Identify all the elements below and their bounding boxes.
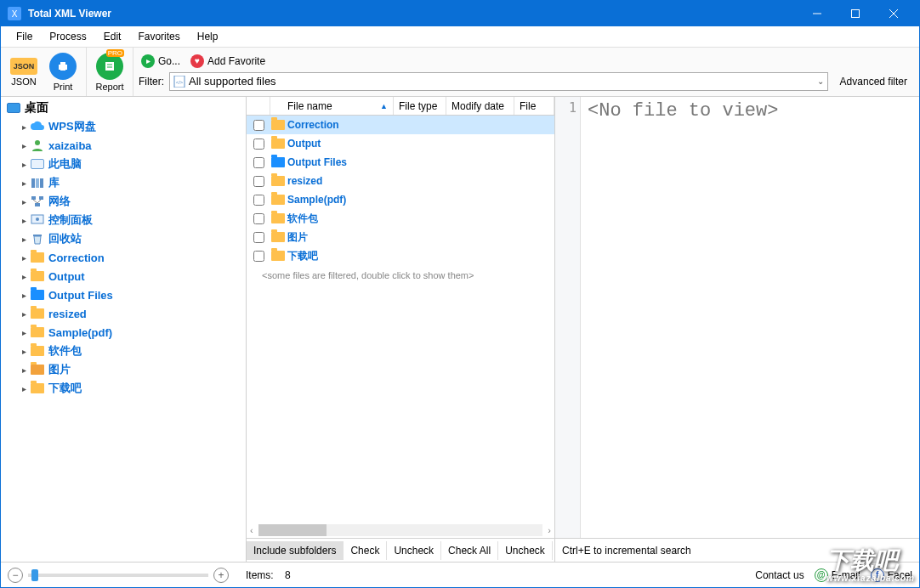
expand-icon[interactable]: ▸ <box>18 235 30 244</box>
column-checkbox[interactable] <box>247 97 270 115</box>
tree-item-1[interactable]: ▸xaizaiba <box>1 136 246 155</box>
tree-item-icon <box>30 251 45 264</box>
folder-tree[interactable]: 桌面 ▸WPS网盘▸xaizaiba▸此电脑▸库▸网络▸控制面板▸回收站▸Cor… <box>1 97 247 562</box>
file-row[interactable]: resized <box>247 172 554 190</box>
file-checkbox[interactable] <box>253 213 264 224</box>
scroll-left-icon[interactable]: ‹ <box>250 525 253 535</box>
svg-rect-9 <box>105 62 114 71</box>
expand-icon[interactable]: ▸ <box>18 141 30 150</box>
folder-icon <box>270 232 286 242</box>
expand-icon[interactable]: ▸ <box>18 216 30 225</box>
tree-item-5[interactable]: ▸控制面板 <box>1 211 246 229</box>
scrollbar-thumb[interactable] <box>258 524 327 536</box>
facebook-link[interactable]: fFacel <box>871 568 912 582</box>
column-filetype[interactable]: File type <box>394 97 446 115</box>
file-checkbox[interactable] <box>253 139 264 150</box>
tree-item-7[interactable]: ▸Correction <box>1 248 246 267</box>
filter-select[interactable]: </> All supported files ⌄ <box>169 72 828 91</box>
include-subfolders-button[interactable]: Include subfolders <box>247 541 344 560</box>
advanced-filter-link[interactable]: Advanced filter <box>833 76 914 88</box>
tree-item-14[interactable]: ▸下载吧 <box>1 379 246 398</box>
contact-us-link[interactable]: Contact us <box>755 569 804 581</box>
filter-message[interactable]: <some files are filtered, double click t… <box>247 265 554 286</box>
file-row[interactable]: Output <box>247 134 554 153</box>
expand-icon[interactable]: ▸ <box>18 160 30 169</box>
tree-item-10[interactable]: ▸resized <box>1 304 246 323</box>
zoom-in-button[interactable]: + <box>213 568 229 583</box>
file-row[interactable]: Output Files <box>247 153 554 172</box>
tree-root[interactable]: 桌面 <box>1 99 246 117</box>
expand-icon[interactable]: ▸ <box>18 178 30 188</box>
expand-icon[interactable]: ▸ <box>18 272 30 281</box>
scroll-right-icon[interactable]: › <box>548 525 551 535</box>
file-checkbox[interactable] <box>253 176 264 187</box>
folder-icon <box>270 120 286 130</box>
file-checkbox[interactable] <box>253 120 264 131</box>
svg-rect-25 <box>33 235 42 236</box>
go-button[interactable]: ▸ Go... <box>139 54 183 69</box>
json-button[interactable]: JSON JSON <box>4 49 43 95</box>
menu-file[interactable]: File <box>8 29 41 44</box>
tree-item-label: 此电脑 <box>48 156 82 172</box>
expand-icon[interactable]: ▸ <box>18 253 30 263</box>
tree-item-3[interactable]: ▸库 <box>1 173 246 192</box>
svg-line-22 <box>37 200 41 203</box>
tree-item-13[interactable]: ▸图片 <box>1 360 246 379</box>
menu-process[interactable]: Process <box>41 29 94 44</box>
tree-item-icon <box>30 363 45 376</box>
email-link[interactable]: @E-mail <box>815 568 860 582</box>
horizontal-scrollbar[interactable]: ‹ › <box>247 523 554 538</box>
column-filesize[interactable]: File <box>514 97 554 115</box>
menu-favorites[interactable]: Favorites <box>129 29 188 44</box>
expand-icon[interactable]: ▸ <box>18 365 30 375</box>
column-filename[interactable]: File name▲ <box>270 97 394 115</box>
check-all-button[interactable]: Check All <box>441 541 498 560</box>
expand-icon[interactable]: ▸ <box>18 122 30 132</box>
file-row[interactable]: Sample(pdf) <box>247 190 554 209</box>
expand-icon[interactable]: ▸ <box>18 328 30 337</box>
file-checkbox[interactable] <box>253 195 264 206</box>
tree-item-8[interactable]: ▸Output <box>1 267 246 286</box>
print-button[interactable]: Print <box>43 49 82 95</box>
file-checkbox[interactable] <box>253 251 264 262</box>
list-bottom-buttons: Include subfolders Check Uncheck Check A… <box>247 538 554 562</box>
sort-asc-icon: ▲ <box>380 102 388 110</box>
file-row[interactable]: 图片 <box>247 228 554 246</box>
tree-item-6[interactable]: ▸回收站 <box>1 229 246 248</box>
expand-icon[interactable]: ▸ <box>18 197 30 206</box>
tree-item-9[interactable]: ▸Output Files <box>1 286 246 304</box>
column-modifydate[interactable]: Modify date <box>446 97 514 115</box>
contact-links: Contact us @E-mail fFacel <box>755 568 912 582</box>
file-row[interactable]: Correction <box>247 116 554 134</box>
file-checkbox[interactable] <box>253 232 264 243</box>
folder-icon <box>270 176 286 186</box>
expand-icon[interactable]: ▸ <box>18 309 30 319</box>
tree-item-2[interactable]: ▸此电脑 <box>1 155 246 173</box>
tree-item-label: Output Files <box>48 289 113 302</box>
zoom-slider[interactable] <box>28 574 208 577</box>
menu-edit[interactable]: Edit <box>95 29 130 44</box>
expand-icon[interactable]: ▸ <box>18 347 30 356</box>
report-button[interactable]: PRO Report <box>90 49 129 95</box>
file-row[interactable]: 软件包 <box>247 209 554 228</box>
close-button[interactable] <box>874 1 912 26</box>
expand-icon[interactable]: ▸ <box>18 384 30 393</box>
tree-item-11[interactable]: ▸Sample(pdf) <box>1 323 246 342</box>
uncheck-all-button[interactable]: Uncheck <box>498 541 553 560</box>
zoom-out-button[interactable]: − <box>8 568 23 583</box>
minimize-button[interactable] <box>798 1 836 26</box>
file-checkbox[interactable] <box>253 157 264 168</box>
check-button[interactable]: Check <box>344 541 387 560</box>
uncheck-button[interactable]: Uncheck <box>387 541 441 560</box>
tree-item-0[interactable]: ▸WPS网盘 <box>1 117 246 136</box>
file-list[interactable]: CorrectionOutputOutput FilesresizedSampl… <box>247 116 554 523</box>
maximize-button[interactable] <box>836 1 874 26</box>
menu-help[interactable]: Help <box>189 29 227 44</box>
tree-item-4[interactable]: ▸网络 <box>1 192 246 211</box>
zoom-thumb[interactable] <box>31 569 38 581</box>
add-favorite-button[interactable]: ♥ Add Favorite <box>188 54 268 69</box>
file-row[interactable]: 下载吧 <box>247 246 554 265</box>
svg-rect-18 <box>31 196 36 200</box>
tree-item-12[interactable]: ▸软件包 <box>1 342 246 360</box>
expand-icon[interactable]: ▸ <box>18 291 30 300</box>
